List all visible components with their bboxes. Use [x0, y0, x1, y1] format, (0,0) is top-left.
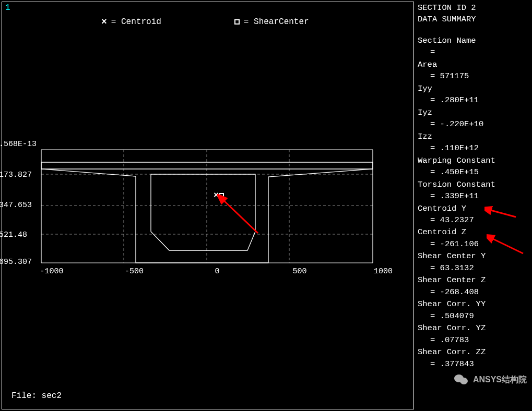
legend-shear-label: = ShearCenter [244, 17, 309, 27]
prop-value: = .339E+11 [418, 190, 530, 202]
prop-value: = .504079 [418, 310, 530, 322]
prop-value: = [418, 46, 530, 58]
prop-value: = .450E+15 [418, 166, 530, 178]
y-tick: -.568E-13 [0, 140, 37, 149]
prop-value: = -261.106 [418, 238, 530, 250]
prop-value: = .377843 [418, 358, 530, 370]
centroid-shear-markers: × [214, 190, 224, 200]
data-summary-panel: SECTION ID 2 DATA SUMMARY Section Name= … [418, 2, 530, 370]
prop-label: Shear Corr. YZ [418, 322, 530, 334]
x-tick: 0 [215, 267, 219, 276]
plot-viewport: 1 × = Centroid = ShearCenter [2, 2, 414, 409]
legend-shear: = ShearCenter [234, 17, 309, 27]
y-tick: -173.827 [0, 171, 32, 179]
prop-value: = 571175 [418, 70, 530, 82]
prop-label: Torsion Constant [418, 179, 530, 190]
prop-value: = -.220E+10 [418, 118, 530, 130]
wechat-icon [454, 373, 469, 386]
prop-value: = .07783 [418, 334, 530, 346]
prop-label: Iyz [418, 107, 530, 118]
prop-label: Shear Corr. ZZ [418, 346, 530, 358]
x-tick: 1000 [374, 267, 393, 276]
prop-value: = 63.3132 [418, 262, 530, 274]
wechat-watermark: ANSYS结构院 [454, 373, 527, 386]
y-tick: -521.48 [0, 231, 27, 239]
prop-label: Area [418, 59, 530, 70]
x-tick: -500 [125, 267, 144, 276]
summary-header: SECTION ID 2 DATA SUMMARY [418, 2, 530, 26]
prop-label: Warping Constant [418, 155, 530, 166]
file-label: File: sec2 [11, 391, 62, 401]
legend: × = Centroid = ShearCenter [2, 17, 413, 27]
legend-centroid-label: = Centroid [111, 17, 161, 27]
prop-label: Shear Center Y [418, 250, 530, 262]
watermark-text: ANSYS结构院 [473, 374, 527, 385]
prop-label: Izz [418, 131, 530, 142]
prop-value: = .280E+11 [418, 94, 530, 106]
prop-value: = .110E+12 [418, 142, 530, 154]
summary-properties: Section Name= Area= 571175 Iyy= .280E+11… [418, 35, 530, 370]
x-marker-icon: × [101, 17, 107, 27]
prop-value: = 43.2327 [418, 214, 530, 226]
prop-label: Section Name [418, 35, 530, 46]
prop-label: Centroid Y [418, 203, 530, 214]
legend-centroid: × = Centroid [101, 17, 161, 27]
prop-value: = -268.408 [418, 286, 530, 298]
x-tick: -1000 [40, 267, 63, 276]
prop-label: Centroid Z [418, 226, 530, 238]
y-tick: -695.307 [0, 258, 32, 267]
data-summary-line: DATA SUMMARY [418, 14, 530, 25]
section-plot [0, 132, 399, 268]
y-tick: -347.653 [0, 201, 32, 210]
prop-label: Shear Corr. YY [418, 298, 530, 310]
window-number: 1 [5, 3, 10, 13]
box-marker-icon [234, 19, 240, 25]
section-id-line: SECTION ID 2 [418, 2, 530, 14]
x-tick: 500 [292, 267, 306, 276]
prop-label: Iyy [418, 83, 530, 94]
prop-label: Shear Center Z [418, 274, 530, 286]
